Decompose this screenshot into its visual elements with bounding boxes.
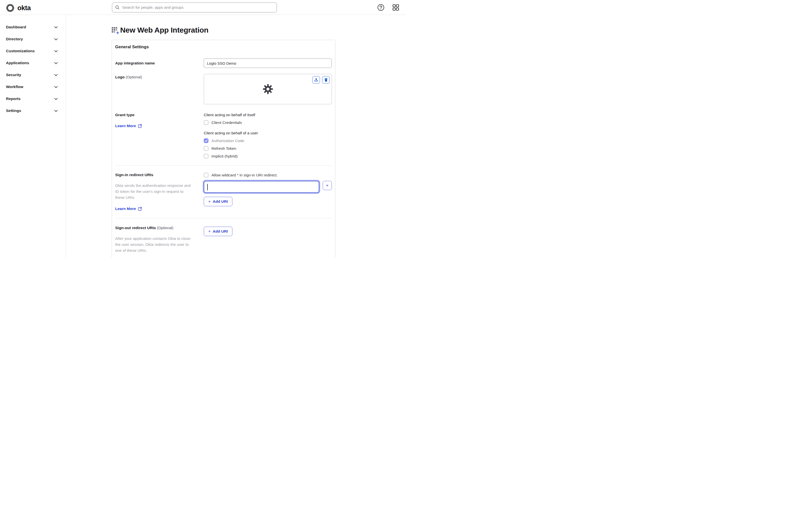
remove-uri-button[interactable]: × xyxy=(323,181,332,190)
help-icon xyxy=(377,4,385,11)
upload-logo-button[interactable] xyxy=(313,76,320,84)
app-integration-icon: + xyxy=(112,27,118,34)
gear-icon xyxy=(262,84,273,94)
add-uri-label: Add URI xyxy=(213,199,228,204)
sidebar-item-dashboard[interactable]: Dashboard xyxy=(0,21,66,33)
learn-more-text: Learn More xyxy=(115,206,136,211)
chevron-down-icon xyxy=(54,50,58,52)
chevron-down-icon xyxy=(54,38,58,40)
plus-glyph: + xyxy=(116,30,119,35)
close-icon: × xyxy=(326,183,329,188)
sidebar-item-security[interactable]: Security xyxy=(0,69,66,81)
implicit-hybrid-checkbox[interactable] xyxy=(204,154,208,159)
sign-out-add-uri-button[interactable]: + Add URI xyxy=(204,227,232,236)
refresh-token-label: Refresh Token xyxy=(211,146,236,151)
sidebar-item-label: Workflow xyxy=(6,85,23,89)
upload-icon xyxy=(314,78,318,82)
app-integration-name-input[interactable] xyxy=(204,58,332,68)
sidebar-item-label: Applications xyxy=(6,61,29,65)
plus-icon: + xyxy=(208,199,211,204)
logo-optional-label: (Optional) xyxy=(126,75,142,79)
sign-out-optional-label: (Optional) xyxy=(157,226,173,230)
sign-in-help-text: Okta sends the authentication response a… xyxy=(115,182,194,201)
sidebar-item-label: Settings xyxy=(6,109,21,113)
implicit-hybrid-label: Implicit (hybrid) xyxy=(211,154,238,159)
wildcard-redirect-label: Allow wildcard * in sign-in URI redirect… xyxy=(211,173,278,177)
sidebar-item-applications[interactable]: Applications xyxy=(0,57,66,69)
plus-icon: + xyxy=(208,229,211,234)
chevron-down-icon xyxy=(54,110,58,112)
sidebar-nav: Dashboard Directory Customizations Appli… xyxy=(0,15,66,258)
client-credentials-label: Client Credentials xyxy=(211,120,242,125)
grant-learn-more-link[interactable]: Learn More xyxy=(115,124,142,128)
text-caret xyxy=(207,184,208,190)
global-search[interactable] xyxy=(112,2,277,12)
okta-spinner-icon xyxy=(5,3,15,13)
refresh-token-checkbox[interactable] xyxy=(204,146,208,151)
trash-icon xyxy=(324,78,328,82)
okta-logo[interactable]: okta xyxy=(5,3,31,13)
search-icon xyxy=(115,5,120,10)
section-divider xyxy=(115,218,332,218)
app-name-label: App integration name xyxy=(115,61,155,65)
sign-in-add-uri-button[interactable]: + Add URI xyxy=(204,197,232,206)
sidebar-item-directory[interactable]: Directory xyxy=(0,33,66,45)
delete-logo-button[interactable] xyxy=(322,76,330,84)
chevron-down-icon xyxy=(54,86,58,88)
general-settings-card: General Settings App integration name Lo… xyxy=(112,40,335,258)
client-credentials-checkbox[interactable] xyxy=(204,120,208,125)
top-header: okta xyxy=(0,0,406,15)
sign-in-learn-more-link[interactable]: Learn More xyxy=(115,206,142,211)
sidebar-item-label: Reports xyxy=(6,96,21,101)
okta-wordmark: okta xyxy=(18,4,31,12)
sign-out-uris-label: Sign-out redirect URIs xyxy=(115,226,156,230)
sign-out-help-text: After your application contacts Okta to … xyxy=(115,236,194,254)
wildcard-redirect-checkbox[interactable] xyxy=(204,173,208,177)
sidebar-item-label: Security xyxy=(6,73,21,77)
authorization-code-checkbox[interactable] xyxy=(204,138,208,143)
external-link-icon xyxy=(138,207,142,211)
chevron-down-icon xyxy=(54,26,58,28)
logo-label: Logo xyxy=(115,75,125,79)
sidebar-item-reports[interactable]: Reports xyxy=(0,93,66,105)
sidebar-item-label: Directory xyxy=(6,37,23,41)
help-button[interactable] xyxy=(376,3,386,12)
logo-preview-box xyxy=(204,74,332,104)
add-uri-label: Add URI xyxy=(213,229,228,234)
page-title: New Web App Integration xyxy=(120,26,208,34)
external-link-icon xyxy=(138,124,142,128)
sidebar-item-workflow[interactable]: Workflow xyxy=(0,81,66,93)
sidebar-item-label: Dashboard xyxy=(6,25,26,29)
grant-group2-heading: Client acting on behalf of a user xyxy=(204,131,332,135)
sidebar-item-settings[interactable]: Settings xyxy=(0,105,66,117)
learn-more-text: Learn More xyxy=(115,124,136,128)
chevron-down-icon xyxy=(54,74,58,76)
search-input[interactable] xyxy=(122,5,274,10)
main-content: + New Web App Integration General Settin… xyxy=(66,15,406,258)
chevron-down-icon xyxy=(54,98,58,100)
general-settings-heading: General Settings xyxy=(115,45,332,50)
sidebar-item-customizations[interactable]: Customizations xyxy=(0,45,66,57)
authorization-code-label: Authorization Code xyxy=(211,139,244,143)
grant-group1-heading: Client acting on behalf of itself xyxy=(204,113,332,117)
apps-grid-icon xyxy=(392,4,399,11)
sign-in-uris-label: Sign-in redirect URIs xyxy=(115,173,194,177)
apps-grid-button[interactable] xyxy=(391,3,401,12)
grant-type-label: Grant type xyxy=(115,113,194,117)
sidebar-item-label: Customizations xyxy=(6,49,35,53)
chevron-down-icon xyxy=(54,62,58,64)
sign-in-uri-input[interactable] xyxy=(204,181,319,193)
